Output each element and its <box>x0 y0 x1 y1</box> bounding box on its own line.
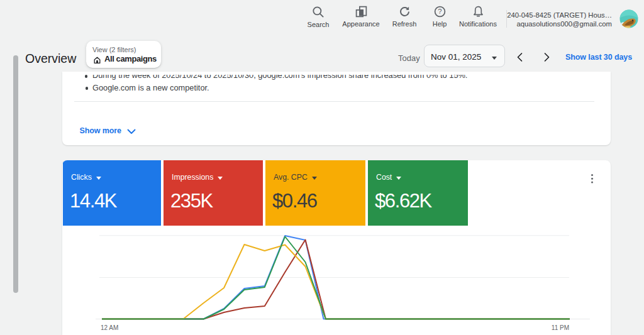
svg-text:12 AM: 12 AM <box>101 324 118 331</box>
svg-text:?: ? <box>438 8 441 15</box>
svg-text:11 PM: 11 PM <box>552 324 569 331</box>
